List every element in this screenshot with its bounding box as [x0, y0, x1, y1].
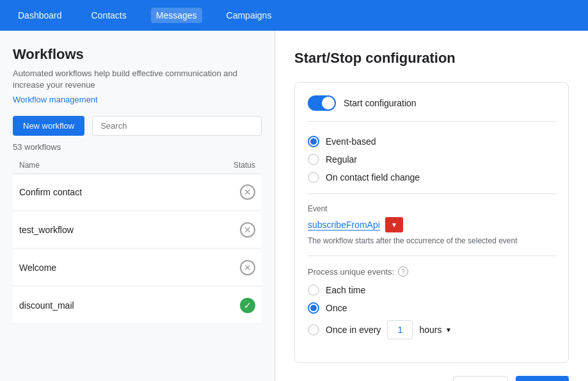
toggle-label: Start configuration — [344, 98, 417, 108]
radio-contact-field-change[interactable]: On contact field change — [308, 172, 555, 183]
col-status: Status — [234, 161, 255, 170]
right-panel: Start/Stop configuration Start configura… — [275, 31, 588, 381]
radio-each-time[interactable]: Each time — [308, 284, 555, 296]
config-card: Start configuration Event-based Regular … — [294, 82, 569, 363]
search-input[interactable] — [92, 116, 262, 136]
hours-select[interactable]: hours ▾ — [419, 325, 450, 335]
process-unique-section: Process unique events: ? Each time Once … — [308, 256, 555, 350]
radio-event-based[interactable]: Event-based — [308, 136, 555, 147]
radio-once-in-every[interactable]: Once in every — [308, 324, 381, 336]
status-icon-enabled: ✓ — [240, 298, 255, 313]
toggle-row: Start configuration — [308, 95, 555, 122]
radio-label-each-time: Each time — [326, 285, 365, 295]
subtitle-text: Automated workflows help build effective… — [13, 68, 262, 91]
workflow-name: discount_mail — [19, 300, 74, 311]
chevron-down-icon: ▾ — [392, 220, 396, 229]
table-row[interactable]: discount_mail ✓ — [13, 288, 262, 324]
nav-dashboard[interactable]: Dashboard — [13, 8, 67, 23]
cancel-button[interactable]: Cancel — [453, 376, 508, 381]
status-icon-disabled: ✕ — [240, 260, 255, 275]
help-icon[interactable]: ? — [398, 266, 408, 277]
col-name: Name — [19, 161, 40, 170]
workflow-name: Welcome — [19, 263, 56, 273]
nav-messages[interactable]: Messages — [151, 8, 202, 23]
radio-circle-each-time — [308, 284, 319, 296]
event-hint: The workflow starts after the occurrence… — [308, 236, 555, 245]
radio-circle-event-based — [308, 136, 319, 147]
page-title: Workflows — [13, 46, 262, 63]
workflow-name: test_workflow — [19, 225, 74, 235]
table-row[interactable]: test_workflow ✕ — [13, 212, 262, 248]
event-label: Event — [308, 204, 555, 213]
chevron-down-icon: ▾ — [447, 325, 450, 334]
trigger-type-group: Event-based Regular On contact field cha… — [308, 126, 555, 194]
radio-circle-once — [308, 302, 319, 314]
event-select-row: subscribeFromApi ▾ — [308, 217, 555, 232]
hours-label: hours — [419, 325, 441, 335]
panel-title: Start/Stop configuration — [294, 50, 569, 67]
radio-label-event-based: Event-based — [326, 136, 376, 147]
radio-once[interactable]: Once — [308, 302, 555, 314]
status-icon-disabled: ✕ — [240, 184, 255, 200]
radio-label-contact-field: On contact field change — [326, 172, 420, 182]
event-dropdown-button[interactable]: ▾ — [385, 217, 403, 232]
table-row[interactable]: Confirm contact ✕ — [13, 174, 262, 211]
apply-button[interactable]: Apply — [516, 376, 569, 381]
radio-label-once-in-every: Once in every — [326, 325, 381, 335]
main-content: Workflows Automated workflows help build… — [0, 31, 588, 381]
event-value: subscribeFromApi — [308, 220, 380, 231]
radio-circle-contact-field — [308, 172, 319, 183]
workflow-management-link[interactable]: Workflow management — [13, 95, 262, 104]
top-navigation: Dashboard Contacts Messages Campaigns — [0, 0, 588, 31]
workflow-name: Confirm contact — [19, 187, 82, 197]
radio-regular[interactable]: Regular — [308, 154, 555, 165]
radio-circle-once-in-every — [308, 324, 319, 336]
hours-number-input[interactable] — [387, 320, 413, 339]
radio-label-once: Once — [326, 303, 347, 313]
workflows-count: 53 workflows — [13, 142, 262, 152]
process-label-row: Process unique events: ? — [308, 266, 555, 277]
event-section: Event subscribeFromApi ▾ The workflow st… — [308, 194, 555, 256]
toolbar: New workflow — [13, 116, 262, 136]
left-panel: Workflows Automated workflows help build… — [0, 31, 275, 381]
start-config-toggle[interactable] — [308, 95, 336, 111]
process-label: Process unique events: — [308, 267, 394, 277]
once-in-every-row: Once in every hours ▾ — [308, 320, 555, 339]
nav-contacts[interactable]: Contacts — [86, 8, 132, 23]
radio-label-regular: Regular — [326, 154, 357, 165]
status-icon-disabled: ✕ — [240, 222, 255, 238]
nav-campaigns[interactable]: Campaigns — [221, 8, 277, 23]
radio-circle-regular — [308, 154, 319, 165]
table-header: Name Status — [13, 157, 262, 174]
footer-buttons: Cancel Apply — [294, 376, 569, 381]
table-row[interactable]: Welcome ✕ — [13, 250, 262, 286]
new-workflow-button[interactable]: New workflow — [13, 116, 84, 136]
